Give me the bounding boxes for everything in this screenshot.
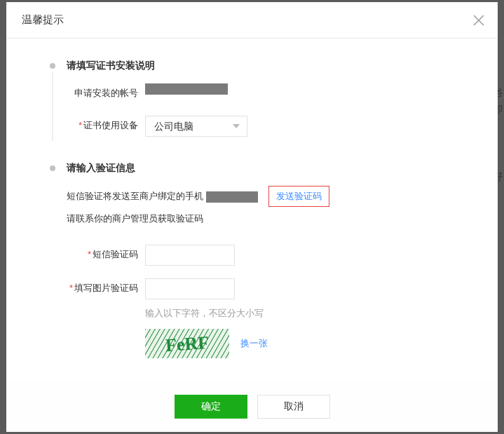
captcha-refresh-link[interactable]: 换一张 <box>240 334 268 353</box>
confirm-button[interactable]: 确定 <box>175 395 247 419</box>
dialog: 温馨提示 请填写证书安装说明 申请安装的帐号 <box>6 2 498 432</box>
sms-code-input[interactable] <box>145 245 235 266</box>
row-device: *证书使用设备 公司电脑 <box>67 116 477 137</box>
required-mark: * <box>79 120 82 130</box>
account-value <box>145 83 228 95</box>
row-account: 申请安装的帐号 <box>67 83 477 103</box>
captcha-hint: 输入以下字符，不区分大小写 <box>145 304 268 323</box>
step-install-info: 请填写证书安装说明 申请安装的帐号 *证书使用设备 公司电脑 <box>41 60 477 137</box>
captcha-label-text: 填写图片验证码 <box>74 283 138 293</box>
captcha-label: *填写图片验证码 <box>67 278 145 298</box>
step1-title: 请填写证书安装说明 <box>67 60 477 72</box>
row-sms-code: *短信验证码 <box>67 245 477 266</box>
chevron-down-icon <box>233 124 240 128</box>
captcha-image: FeRF <box>145 329 229 358</box>
device-label: *证书使用设备 <box>67 116 145 135</box>
dialog-body[interactable]: 请填写证书安装说明 申请安装的帐号 *证书使用设备 公司电脑 <box>6 39 498 381</box>
sms-target-note: 短信验证将发送至商户绑定的手机 发送验证码 <box>67 186 477 207</box>
captcha-image-row: FeRF 换一张 <box>145 329 268 358</box>
step-bullet-icon <box>50 63 55 69</box>
step-verification: 请输入验证信息 短信验证将发送至商户绑定的手机 发送验证码 请联系你的商户管理员… <box>41 162 477 358</box>
dialog-title: 温馨提示 <box>22 13 64 27</box>
captcha-input[interactable] <box>145 278 235 299</box>
required-mark: * <box>69 283 73 293</box>
step2-title: 请输入验证信息 <box>67 162 477 175</box>
step-connector <box>52 72 53 141</box>
send-code-button[interactable]: 发送验证码 <box>268 186 329 207</box>
sms-label-text: 短信验证码 <box>93 249 138 259</box>
required-mark: * <box>88 249 91 259</box>
contact-admin-note: 请联系你的商户管理员获取验证码 <box>67 211 477 226</box>
dialog-footer: 确定 取消 <box>6 381 498 432</box>
svg-text:FeRF: FeRF <box>165 332 210 355</box>
sms-label: *短信验证码 <box>67 245 145 264</box>
account-label: 申请安装的帐号 <box>67 83 145 103</box>
phone-redacted <box>206 191 258 203</box>
device-selected-option: 公司电脑 <box>154 116 193 136</box>
step-bullet-icon <box>50 165 55 171</box>
device-label-text: 证书使用设备 <box>83 120 138 130</box>
cancel-button[interactable]: 取消 <box>257 395 330 419</box>
note1-prefix: 短信验证将发送至商户绑定的手机 <box>67 191 203 201</box>
row-captcha: *填写图片验证码 输入以下字符，不区分大小写 <box>67 278 477 358</box>
account-redacted <box>145 83 228 95</box>
device-select[interactable]: 公司电脑 <box>145 116 247 137</box>
dialog-header: 温馨提示 <box>6 2 498 39</box>
close-icon[interactable] <box>472 14 485 27</box>
